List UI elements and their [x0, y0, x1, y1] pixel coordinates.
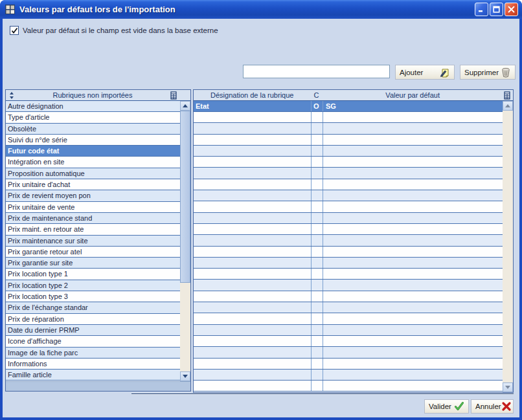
table-row[interactable] — [194, 235, 503, 246]
validate-button[interactable]: Valider — [424, 399, 469, 414]
table-row[interactable] — [194, 224, 503, 235]
list-item[interactable]: Prix maintenance sur site — [6, 236, 180, 247]
table-icon[interactable] — [170, 91, 177, 100]
table-cell[interactable] — [323, 201, 503, 212]
table-cell[interactable] — [312, 359, 323, 369]
scrollbar-thumb[interactable] — [180, 111, 190, 283]
table-cell[interactable] — [194, 247, 312, 257]
table-cell[interactable] — [194, 213, 312, 223]
list-item[interactable]: Prix unitaire de vente — [6, 202, 180, 213]
table-row[interactable] — [194, 168, 503, 179]
table-cell[interactable] — [194, 123, 312, 133]
list-item[interactable]: Type d'article — [6, 112, 180, 123]
table-cell[interactable] — [323, 168, 503, 178]
list-item[interactable]: Futur code état — [6, 146, 180, 157]
table-row[interactable] — [194, 347, 503, 358]
list-item[interactable]: Famille article — [6, 370, 180, 381]
table-row[interactable] — [194, 381, 503, 392]
table-cell[interactable] — [323, 359, 503, 369]
table-cell[interactable] — [194, 347, 312, 357]
table-cell[interactable] — [194, 157, 312, 167]
table-cell[interactable] — [312, 201, 323, 212]
table-cell[interactable] — [323, 336, 503, 346]
scroll-down-button[interactable] — [503, 382, 513, 392]
list-item[interactable]: Prix location type 2 — [6, 280, 180, 291]
table-cell[interactable] — [194, 146, 312, 156]
table-cell[interactable] — [323, 280, 503, 290]
table-cell[interactable] — [194, 313, 312, 324]
table-cell[interactable] — [194, 135, 312, 145]
table-cell[interactable] — [323, 112, 503, 122]
close-button[interactable] — [505, 3, 518, 16]
list-item[interactable]: Prix location type 3 — [6, 291, 180, 302]
table-cell[interactable] — [194, 179, 312, 190]
table-cell[interactable] — [312, 336, 323, 346]
right-table-header[interactable]: Désignation de la rubrique C Valeur par … — [194, 90, 513, 101]
table-row[interactable]: EtatOSG — [194, 101, 503, 112]
list-item[interactable]: Prix de maintenance stand — [6, 213, 180, 224]
table-row[interactable] — [194, 112, 503, 123]
list-item[interactable]: Autre désignation — [6, 101, 180, 112]
table-cell[interactable] — [323, 269, 503, 279]
table-cell[interactable] — [194, 280, 312, 290]
table-cell[interactable] — [323, 347, 503, 357]
table-cell[interactable] — [312, 381, 323, 391]
list-item[interactable]: Prix de l'échange standar — [6, 302, 180, 313]
table-icon[interactable] — [503, 91, 511, 100]
table-row[interactable] — [194, 179, 503, 190]
list-item[interactable]: Informations — [6, 359, 180, 370]
table-row[interactable] — [194, 157, 503, 168]
table-row[interactable] — [194, 146, 503, 157]
table-cell[interactable] — [194, 302, 312, 313]
column-header-c[interactable]: C — [310, 91, 322, 99]
list-item[interactable]: Date du dernier PRMP — [6, 325, 180, 336]
table-cell[interactable] — [312, 302, 323, 313]
table-row[interactable] — [194, 313, 503, 324]
maximize-button[interactable] — [490, 3, 503, 16]
list-item[interactable]: Prix de revient moyen pon — [6, 190, 180, 201]
table-cell[interactable] — [194, 381, 312, 391]
table-cell[interactable] — [312, 146, 323, 156]
list-item[interactable]: Prix garantie retour atel — [6, 247, 180, 258]
table-row[interactable] — [194, 325, 503, 336]
table-cell[interactable] — [312, 224, 323, 234]
table-cell[interactable] — [194, 269, 312, 279]
table-cell[interactable] — [323, 291, 503, 302]
table-cell[interactable]: SG — [323, 101, 503, 111]
table-cell[interactable] — [312, 190, 323, 201]
table-cell[interactable] — [194, 325, 312, 335]
table-cell[interactable] — [323, 258, 503, 268]
table-cell[interactable] — [194, 359, 312, 369]
table-cell[interactable] — [194, 168, 312, 178]
table-cell[interactable] — [323, 213, 503, 223]
table-cell[interactable] — [194, 190, 312, 201]
table-cell[interactable] — [194, 112, 312, 122]
table-cell[interactable] — [312, 168, 323, 178]
table-cell[interactable] — [312, 370, 323, 380]
table-cell[interactable] — [323, 370, 503, 380]
table-cell[interactable] — [323, 135, 503, 145]
list-item[interactable]: Suivi du n°de série — [6, 135, 180, 146]
table-row[interactable] — [194, 247, 503, 258]
table-row[interactable] — [194, 291, 503, 302]
table-cell[interactable] — [312, 235, 323, 245]
scroll-up-button[interactable] — [503, 101, 513, 111]
table-cell[interactable] — [312, 258, 323, 268]
delete-button[interactable]: Supprimer — [460, 65, 516, 80]
minimize-button[interactable] — [475, 3, 488, 16]
table-cell[interactable] — [323, 381, 503, 391]
table-cell[interactable] — [323, 224, 503, 234]
list-item[interactable]: Prix de réparation — [6, 314, 180, 325]
table-cell[interactable] — [312, 280, 323, 290]
default-value-input[interactable] — [243, 65, 390, 78]
table-cell[interactable] — [323, 313, 503, 324]
table-row[interactable] — [194, 336, 503, 347]
table-cell[interactable] — [312, 123, 323, 133]
list-item[interactable]: Prix maint. en retour ate — [6, 224, 180, 235]
cancel-button[interactable]: Annuler — [471, 399, 514, 414]
table-cell[interactable] — [323, 146, 503, 156]
table-row[interactable] — [194, 280, 503, 291]
table-cell[interactable] — [312, 112, 323, 122]
list-item[interactable]: Proposition automatique — [6, 168, 180, 179]
list-item[interactable]: Icone d'affichage — [6, 336, 180, 347]
